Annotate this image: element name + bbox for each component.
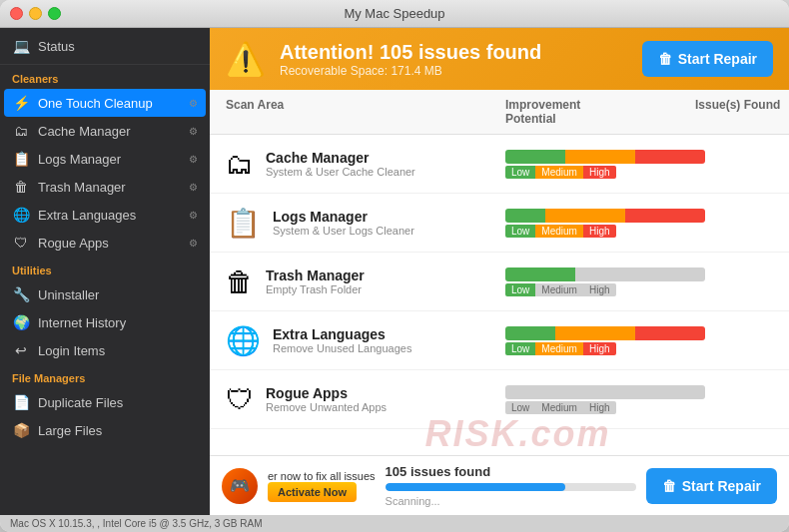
row-sub-rogue: Remove Unwanted Apps bbox=[266, 401, 387, 413]
row-left-cache: 🗂 Cache Manager System & User Cache Clea… bbox=[226, 148, 505, 181]
bottom-center: 105 issues found Scanning... bbox=[386, 464, 636, 507]
row-issues-langs: 51 issues, 44.2 KB Details bbox=[705, 321, 789, 359]
main-content: ⚠️ Attention! 105 issues found Recoverab… bbox=[210, 28, 789, 515]
row-bar-logs: Low Medium High bbox=[505, 209, 705, 238]
label-high-logs: High bbox=[583, 225, 616, 238]
row-icon-cache: 🗂 bbox=[226, 148, 254, 181]
duplicate-icon: 📄 bbox=[12, 394, 30, 410]
alert-warning-icon: ⚠️ bbox=[226, 40, 266, 78]
spinner-cache: ⚙ bbox=[189, 126, 198, 137]
start-repair-top-button[interactable]: 🗑 Start Repair bbox=[642, 41, 773, 77]
sidebar-item-login-items[interactable]: ↩ Login Items bbox=[0, 336, 210, 364]
label-medium-logs: Medium bbox=[535, 225, 583, 238]
start-repair-bottom-button[interactable]: 🗑 Start Repair bbox=[646, 468, 777, 504]
status-label: Status bbox=[38, 39, 75, 54]
row-info-cache: Cache Manager System & User Cache Cleane… bbox=[266, 150, 415, 178]
issues-count-logs: 11 issues, 261.4 KB bbox=[705, 204, 789, 218]
traffic-lights bbox=[10, 7, 61, 20]
label-high-trash: High bbox=[583, 283, 616, 296]
login-icon: ↩ bbox=[12, 342, 30, 358]
repair-top-icon: 🗑 bbox=[658, 51, 672, 67]
history-icon: 🌍 bbox=[12, 314, 30, 330]
label-medium-langs: Medium bbox=[535, 342, 583, 355]
issues-count-trash: 1 issues, 5.3 MB bbox=[705, 263, 789, 276]
file-managers-section-label: File Managers bbox=[0, 364, 210, 388]
row-issues-rogue: 0 issues, 0 bytes Details bbox=[705, 380, 789, 418]
label-low-logs: Low bbox=[505, 225, 535, 238]
cache-icon: 🗂 bbox=[12, 123, 30, 139]
sidebar-label-duplicate-files: Duplicate Files bbox=[38, 395, 123, 410]
row-issues-trash: 1 issues, 5.3 MB Details bbox=[705, 263, 789, 300]
label-medium-rogue: Medium bbox=[535, 401, 583, 414]
progress-bar-fill bbox=[386, 483, 566, 491]
row-bar-langs: Low Medium High bbox=[505, 326, 705, 355]
label-high-rogue: High bbox=[583, 401, 616, 414]
row-sub-cache: System & User Cache Cleaner bbox=[266, 166, 415, 178]
activate-text-block: er now to fix all issues Activate Now bbox=[268, 470, 376, 502]
maximize-button[interactable] bbox=[48, 7, 61, 20]
app-window: My Mac Speedup 💻 Status Cleaners ⚡ One T… bbox=[0, 0, 789, 532]
label-medium-trash: Medium bbox=[535, 283, 583, 296]
sidebar-item-extra-languages[interactable]: 🌐 Extra Languages ⚙ bbox=[0, 201, 210, 229]
sidebar-label-large-files: Large Files bbox=[38, 423, 102, 438]
row-sub-langs: Remove Unused Languages bbox=[273, 342, 411, 354]
alert-banner: ⚠️ Attention! 105 issues found Recoverab… bbox=[210, 28, 789, 90]
spinner-one-touch: ⚙ bbox=[189, 98, 198, 109]
activate-badge: 🎮 bbox=[222, 468, 258, 504]
sidebar-item-status[interactable]: 💻 Status bbox=[0, 28, 210, 65]
row-info-logs: Logs Manager System & User Logs Cleaner bbox=[273, 209, 414, 237]
minimize-button[interactable] bbox=[29, 7, 42, 20]
col-header-improvement: Improvement Potential bbox=[505, 98, 580, 126]
row-name-rogue: Rogue Apps bbox=[266, 385, 387, 401]
spinner-langs: ⚙ bbox=[189, 210, 198, 221]
scanning-text: Scanning... bbox=[386, 495, 636, 507]
content-area: 💻 Status Cleaners ⚡ One Touch Cleanup ⚙ … bbox=[0, 28, 789, 515]
sidebar-item-logs-manager[interactable]: 📋 Logs Manager ⚙ bbox=[0, 145, 210, 173]
bottom-bar: 🎮 er now to fix all issues Activate Now … bbox=[210, 455, 789, 515]
row-bar-rogue: Low Medium High bbox=[505, 385, 705, 414]
table-header: Scan Area Improvement Potential Issue(s)… bbox=[210, 90, 789, 135]
sidebar-item-rogue-apps[interactable]: 🛡 Rogue Apps ⚙ bbox=[0, 229, 210, 257]
sidebar-item-duplicate-files[interactable]: 📄 Duplicate Files bbox=[0, 388, 210, 416]
col-header-issues: Issue(s) Found bbox=[580, 98, 780, 126]
row-icon-rogue: 🛡 bbox=[226, 383, 254, 416]
sidebar-item-uninstaller[interactable]: 🔧 Uninstaller bbox=[0, 280, 210, 308]
sidebar-label-logs-manager: Logs Manager bbox=[38, 152, 121, 167]
sidebar-label-uninstaller: Uninstaller bbox=[38, 287, 99, 302]
trash-icon: 🗑 bbox=[12, 179, 30, 195]
sidebar-item-trash-manager[interactable]: 🗑 Trash Manager ⚙ bbox=[0, 173, 210, 201]
sidebar-label-trash-manager: Trash Manager bbox=[38, 180, 126, 195]
row-icon-logs: 📋 bbox=[226, 207, 261, 240]
table-row: 📋 Logs Manager System & User Logs Cleane… bbox=[210, 194, 789, 253]
label-high-cache: High bbox=[583, 166, 616, 179]
label-low-trash: Low bbox=[505, 283, 535, 296]
title-bar: My Mac Speedup bbox=[0, 0, 789, 28]
sidebar-label-cache-manager: Cache Manager bbox=[38, 124, 131, 139]
label-low-rogue: Low bbox=[505, 401, 535, 414]
row-bar-cache: Low Medium High bbox=[505, 150, 705, 179]
repair-bottom-icon: 🗑 bbox=[662, 478, 676, 494]
sidebar-item-one-touch-cleanup[interactable]: ⚡ One Touch Cleanup ⚙ bbox=[4, 89, 206, 117]
row-name-langs: Extra Languages bbox=[273, 326, 411, 342]
row-sub-trash: Empty Trash Folder bbox=[266, 283, 365, 295]
sidebar-item-internet-history[interactable]: 🌍 Internet History bbox=[0, 308, 210, 336]
label-low-langs: Low bbox=[505, 342, 535, 355]
row-icon-trash: 🗑 bbox=[226, 266, 254, 298]
issues-count-langs: 51 issues, 44.2 KB bbox=[705, 321, 789, 335]
bottom-issues-text: 105 issues found bbox=[386, 464, 636, 479]
activate-now-button[interactable]: Activate Now bbox=[268, 482, 357, 502]
utilities-section-label: Utilities bbox=[0, 257, 210, 280]
spinner-trash: ⚙ bbox=[189, 182, 198, 193]
issues-count-cache: 42 issues, 165.9 MB bbox=[705, 145, 789, 159]
table-row: 🛡 Rogue Apps Remove Unwanted Apps bbox=[210, 370, 789, 429]
status-icon: 💻 bbox=[12, 38, 30, 54]
row-info-langs: Extra Languages Remove Unused Languages bbox=[273, 326, 411, 354]
sidebar-item-large-files[interactable]: 📦 Large Files bbox=[0, 416, 210, 444]
sidebar-item-cache-manager[interactable]: 🗂 Cache Manager ⚙ bbox=[0, 117, 210, 145]
close-button[interactable] bbox=[10, 7, 23, 20]
row-name-logs: Logs Manager bbox=[273, 209, 414, 225]
spinner-logs: ⚙ bbox=[189, 154, 198, 165]
row-info-rogue: Rogue Apps Remove Unwanted Apps bbox=[266, 385, 387, 413]
row-info-trash: Trash Manager Empty Trash Folder bbox=[266, 267, 365, 295]
activate-text: er now to fix all issues bbox=[268, 470, 376, 482]
